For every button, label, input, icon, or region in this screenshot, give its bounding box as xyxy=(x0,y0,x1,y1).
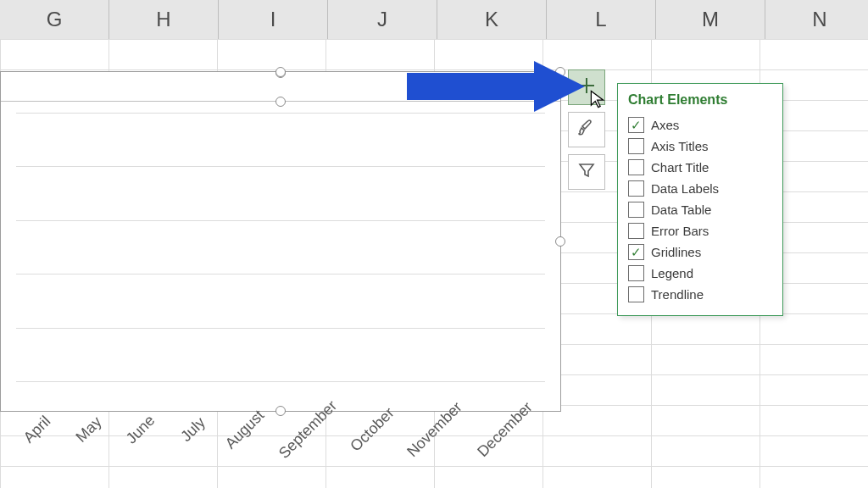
checkbox-icon[interactable] xyxy=(628,117,644,133)
col-header[interactable]: J xyxy=(328,0,437,39)
option-label: Data Table xyxy=(651,202,711,217)
checkbox-icon[interactable] xyxy=(628,265,644,281)
col-header[interactable]: M xyxy=(656,0,765,39)
selection-handle[interactable] xyxy=(555,236,565,247)
checkbox-icon[interactable] xyxy=(628,244,644,260)
checkbox-icon[interactable] xyxy=(628,286,644,302)
selection-handle[interactable] xyxy=(555,67,565,77)
chart-element-option[interactable]: Chart Title xyxy=(628,157,772,178)
chart-element-option[interactable]: Axes xyxy=(628,114,772,136)
chart-element-option[interactable]: Error Bars xyxy=(628,220,772,241)
chart-elements-popup: Chart Elements AxesAxis TitlesChart Titl… xyxy=(617,83,783,316)
gridline xyxy=(16,381,545,382)
popup-title: Chart Elements xyxy=(628,92,772,108)
checkbox-icon[interactable] xyxy=(628,223,644,239)
chart-element-option[interactable]: Legend xyxy=(628,263,772,284)
selection-handle[interactable] xyxy=(275,97,286,107)
option-label: Axis Titles xyxy=(651,139,709,153)
checkbox-icon[interactable] xyxy=(628,138,644,154)
embedded-chart[interactable]: AprilMayJuneJulyAugustSeptemberOctoberNo… xyxy=(0,71,561,412)
chart-element-option[interactable]: Data Table xyxy=(628,199,772,220)
option-label: Trendline xyxy=(651,287,704,302)
col-header[interactable]: K xyxy=(437,0,547,39)
option-label: Legend xyxy=(651,266,693,280)
col-header[interactable]: H xyxy=(109,0,219,39)
chart-styles-button[interactable] xyxy=(568,112,605,147)
chart-side-buttons xyxy=(568,69,605,190)
plot-area[interactable] xyxy=(16,113,545,382)
chart-filters-button[interactable] xyxy=(568,154,605,190)
chart-element-option[interactable]: Trendline xyxy=(628,284,772,305)
col-header[interactable]: N xyxy=(765,0,868,39)
option-label: Data Labels xyxy=(651,181,719,196)
checkbox-icon[interactable] xyxy=(628,180,644,197)
option-label: Gridlines xyxy=(651,245,701,259)
col-header[interactable]: G xyxy=(0,0,109,39)
option-label: Error Bars xyxy=(651,224,709,238)
chart-elements-button[interactable] xyxy=(568,69,605,105)
option-label: Axes xyxy=(651,118,679,132)
option-label: Chart Title xyxy=(651,160,709,175)
chart-element-option[interactable]: Gridlines xyxy=(628,241,772,263)
plus-icon xyxy=(576,75,597,99)
funnel-icon xyxy=(576,160,597,184)
col-header[interactable]: I xyxy=(219,0,328,39)
chart-element-option[interactable]: Axis Titles xyxy=(628,136,772,157)
checkbox-icon[interactable] xyxy=(628,202,644,218)
spreadsheet-column-headers: G H I J K L M N xyxy=(0,0,868,40)
col-header[interactable]: L xyxy=(547,0,656,39)
selection-handle[interactable] xyxy=(275,67,286,77)
chart-element-option[interactable]: Data Labels xyxy=(628,178,772,199)
paintbrush-icon xyxy=(576,118,597,141)
checkbox-icon[interactable] xyxy=(628,159,644,175)
